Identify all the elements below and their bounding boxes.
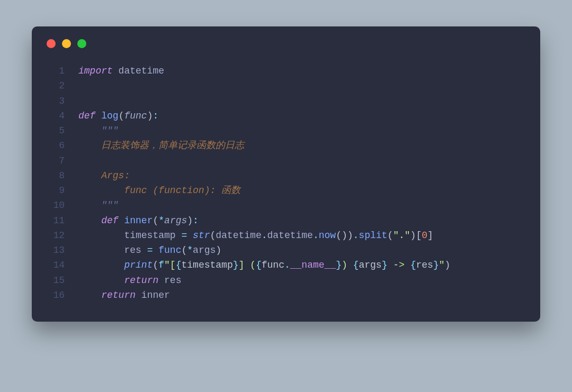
code-editor: 1import datetime234def log(func):5 """6 … <box>32 60 540 322</box>
code-token: datetime <box>267 230 313 241</box>
window-titlebar <box>32 26 540 60</box>
code-token <box>78 170 101 181</box>
code-content: 日志装饰器，简单记录函数的日志 <box>78 138 244 153</box>
code-token: ( <box>210 230 216 241</box>
code-token: return <box>124 275 158 286</box>
code-token: { <box>256 260 262 270</box>
code-token: "." <box>393 230 410 241</box>
code-token: now <box>319 230 336 241</box>
code-token: ) <box>187 215 193 226</box>
code-line: 11 def inner(*args): <box>47 213 525 228</box>
code-line: 14 print(f"[{timestamp}] ({func.__name__… <box>47 258 525 272</box>
code-token <box>78 290 101 300</box>
code-line: 12 timestamp = str(datetime.datetime.now… <box>47 228 525 243</box>
code-token: ) <box>445 260 451 270</box>
code-token: res <box>78 245 147 256</box>
code-token: datetime <box>113 66 164 76</box>
code-token: { <box>353 260 359 270</box>
code-token: func <box>262 260 284 270</box>
code-token: * <box>158 215 164 226</box>
code-content: def log(func): <box>78 108 158 123</box>
line-number: 9 <box>47 183 65 198</box>
code-line: 6 日志装饰器，简单记录函数的日志 <box>47 138 525 153</box>
code-line: 10 """ <box>47 198 525 213</box>
code-token: 日志装饰器，简单记录函数的日志 <box>101 140 244 151</box>
code-token <box>78 275 124 286</box>
code-token: args <box>359 260 381 270</box>
code-token: __name__ <box>290 260 336 270</box>
code-content: Args: <box>78 168 130 183</box>
code-token <box>78 185 124 196</box>
code-token: """ <box>101 200 118 211</box>
minimize-icon[interactable] <box>62 39 71 48</box>
code-token: func (function): <box>124 185 221 196</box>
code-token: inner <box>136 290 170 300</box>
code-token: } <box>336 260 342 270</box>
code-token: timestamp <box>181 260 233 270</box>
code-token: inner <box>124 215 153 226</box>
code-token: ( <box>119 111 124 121</box>
code-token: import <box>78 66 113 76</box>
line-number: 8 <box>47 168 65 183</box>
code-token: f <box>158 260 164 270</box>
code-token: { <box>410 260 416 270</box>
line-number: 7 <box>47 153 65 168</box>
maximize-icon[interactable] <box>77 39 86 48</box>
line-number: 12 <box>47 228 65 243</box>
code-line: 16 return inner <box>47 288 525 303</box>
code-token: ()) <box>336 230 353 241</box>
code-token: } <box>382 260 388 270</box>
code-line: 15 return res <box>47 273 525 288</box>
code-window: 1import datetime234def log(func):5 """6 … <box>32 26 540 322</box>
code-token: def <box>78 111 101 121</box>
code-token: 函数 <box>221 185 240 196</box>
code-token: ) <box>147 111 153 121</box>
code-token: res <box>158 275 181 286</box>
line-number: 15 <box>47 273 65 288</box>
code-token: Args: <box>101 170 130 181</box>
code-token: str <box>193 230 210 241</box>
code-token: """ <box>101 125 118 136</box>
code-token: } <box>433 260 439 270</box>
code-line: 2 <box>47 78 525 93</box>
code-token: " <box>439 260 445 270</box>
code-token: ( <box>181 245 187 256</box>
code-line: 8 Args: <box>47 168 525 183</box>
code-token: args <box>164 215 187 226</box>
code-token: . <box>353 230 359 241</box>
code-token <box>78 215 101 226</box>
code-token: ( <box>153 260 158 270</box>
line-number: 2 <box>47 78 65 93</box>
code-token: func <box>124 111 147 121</box>
code-line: 4def log(func): <box>47 108 525 123</box>
code-token: datetime <box>216 230 261 241</box>
code-token: * <box>187 245 193 256</box>
code-line: 7 <box>47 153 525 168</box>
close-icon[interactable] <box>47 39 56 48</box>
code-token: def <box>101 215 124 226</box>
code-token <box>78 125 101 136</box>
line-number: 10 <box>47 198 65 213</box>
code-token: split <box>359 230 387 241</box>
code-token: ( <box>153 215 158 226</box>
code-content: func (function): 函数 <box>78 183 240 198</box>
line-number: 16 <box>47 288 65 303</box>
code-token: return <box>101 290 136 300</box>
code-content: return inner <box>78 288 170 303</box>
code-content: """ <box>78 123 119 138</box>
code-content: """ <box>78 198 119 213</box>
code-token: "[ <box>164 260 176 270</box>
line-number: 1 <box>47 63 65 78</box>
code-token: ] ( <box>239 260 256 270</box>
code-token: func <box>158 245 181 256</box>
code-token: = <box>181 230 193 241</box>
code-token <box>78 260 124 270</box>
code-token: log <box>101 111 118 121</box>
code-token: } <box>233 260 239 270</box>
code-content: def inner(*args): <box>78 213 199 228</box>
code-line: 9 func (function): 函数 <box>47 183 525 198</box>
code-token: ) <box>216 245 221 256</box>
code-line: 13 res = func(*args) <box>47 243 525 258</box>
code-token: timestamp <box>78 230 181 241</box>
code-token: : <box>153 111 158 121</box>
